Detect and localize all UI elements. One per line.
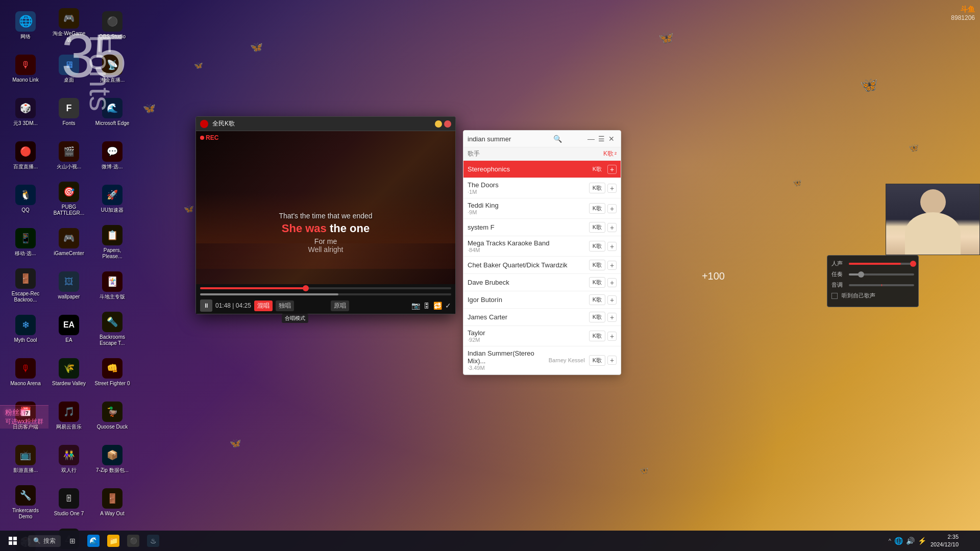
search-close-btn[interactable]: ✕	[606, 134, 617, 144]
tray-sound-icon[interactable]: 🔊	[906, 537, 915, 545]
taskbar-steam[interactable]: ♨	[144, 532, 162, 550]
desktop-icon-pubg[interactable]: 🎯 PUBG BATTLEGR...	[48, 179, 89, 219]
k-btn-4[interactable]: K歌	[589, 222, 605, 233]
taskbar-edge[interactable]: 🌊	[84, 532, 103, 550]
add-btn-11[interactable]: +	[607, 356, 617, 365]
search-result-taylor[interactable]: Taylor ·92M K歌 +	[463, 326, 621, 346]
maonoarena-icon: 🎙	[15, 358, 36, 379]
btn-original[interactable]: 原唱	[331, 300, 349, 311]
search-result-chet[interactable]: Chet Baker Quartet/Dick Twardzik K歌 +	[463, 257, 621, 274]
desktop-icon-qq[interactable]: 🐧 QQ	[5, 179, 46, 219]
search-result-igor[interactable]: Igor Butorín K歌 +	[463, 291, 621, 309]
search-minimize-btn[interactable]: —	[586, 134, 596, 144]
desktop-icon-tinkercards[interactable]: 🔧 Tinkercards Demo	[5, 482, 46, 523]
search-result-teddi[interactable]: Teddi King ·9M K歌 +	[463, 198, 621, 219]
more-icon[interactable]: ✓	[445, 302, 451, 310]
shuangren-label: 双人行	[61, 467, 77, 473]
dizhu-icon: 🃏	[102, 271, 122, 292]
k-btn-11[interactable]: K歌	[589, 355, 605, 366]
search-result-mega[interactable]: Mega Tracks Karaoke Band ·84M K歌 +	[463, 236, 621, 257]
desktop-icon-yyy[interactable]: 📺 影游直播...	[5, 439, 46, 480]
desktop-icon-wyy[interactable]: 🎵 网易云音乐	[48, 395, 89, 436]
desktop-icon-wallpaper[interactable]: 🖼 wallpaper	[48, 265, 89, 306]
k-btn-3[interactable]: K歌	[589, 203, 605, 214]
mixer-self-listen-checkbox[interactable]	[831, 293, 838, 299]
desktop-icon-quoose[interactable]: 🦆 Quoose Duck	[92, 395, 133, 436]
eq-icon[interactable]: 🎛	[423, 302, 430, 310]
add-btn-5[interactable]: +	[607, 242, 617, 251]
desktop-icon-baidu[interactable]: 🔴 百度直播...	[5, 135, 46, 176]
desktop-icon-network[interactable]: 🌐 网络	[5, 5, 46, 46]
desktop-icon-wayout[interactable]: 🚪 A Way Out	[92, 482, 133, 523]
progress-bar[interactable]	[200, 287, 451, 289]
wallpaper-icon: 🖼	[59, 271, 79, 292]
progress-fill	[200, 287, 306, 289]
loop-icon[interactable]: 🔁	[433, 302, 442, 310]
desktop-icon-ea[interactable]: EA EA	[48, 309, 89, 349]
pause-button[interactable]: ⏸	[200, 299, 212, 312]
k-btn-1[interactable]: K歌	[589, 164, 605, 174]
btn-solo[interactable]: 独唱	[276, 300, 294, 311]
taskbar-clock[interactable]: 2:35 2024/12/10	[930, 533, 959, 549]
desktop-icon-backrooms[interactable]: 🔦 Backrooms Escape T...	[92, 309, 133, 349]
add-btn-1[interactable]: +	[607, 165, 617, 174]
btn-mixed[interactable]: 混唱	[254, 300, 273, 311]
taskbar-search[interactable]: 🔍 搜索	[28, 535, 61, 547]
add-btn-8[interactable]: +	[607, 295, 617, 305]
search-result-dave[interactable]: Dave Brubeck K歌 +	[463, 274, 621, 291]
add-btn-10[interactable]: +	[607, 332, 617, 341]
k-btn-7[interactable]: K歌	[589, 277, 605, 288]
desktop-icon-maonoarena[interactable]: 🎙 Maono Arena	[5, 352, 46, 393]
desktop-icon-weibo[interactable]: 💬 微博·选...	[92, 135, 133, 176]
k-btn-5[interactable]: K歌	[589, 241, 605, 252]
desktop-icon-studio[interactable]: 🎚 Studio One 7	[48, 482, 89, 523]
tray-network-icon[interactable]: 🌐	[894, 537, 903, 545]
desktop-icon-3dm[interactable]: 🎲 元3 3DM...	[5, 92, 46, 133]
desktop-icon-stardew[interactable]: 🌾 Stardew Valley	[48, 352, 89, 393]
desktop-icon-mythcool[interactable]: ❄ Myth Cool	[5, 309, 46, 349]
show-desktop-button[interactable]	[963, 531, 975, 551]
k-btn-8[interactable]: K歌	[589, 294, 605, 305]
k-btn-9[interactable]: K歌	[589, 312, 605, 322]
desktop-icon-maono[interactable]: 🎙 Maono Link	[5, 48, 46, 89]
desktop-icon-uu[interactable]: 🚀 UU加速器	[92, 179, 133, 219]
desktop-icon-dizhu[interactable]: 🃏 斗地主专版	[92, 265, 133, 306]
k-btn-6[interactable]: K歌	[589, 260, 605, 270]
desktop-icon-yidong[interactable]: 📱 移动·选...	[5, 222, 46, 263]
desktop-icon-7zip[interactable]: 📦 7-Zip 数据包...	[92, 439, 133, 480]
search-button[interactable]: 🔍	[553, 135, 562, 143]
karaoke-minimize-btn[interactable]	[435, 120, 442, 128]
desktop-icon-escape[interactable]: 🚪 Escape-Rec Backroo...	[5, 265, 46, 306]
taskbar-obs[interactable]: ⚫	[124, 532, 142, 550]
desktop-icon-papers[interactable]: 📋 Papers, Please...	[92, 222, 133, 263]
search-input[interactable]	[468, 135, 553, 143]
search-result-systemf[interactable]: system F K歌 +	[463, 219, 621, 236]
add-btn-6[interactable]: +	[607, 261, 617, 270]
desktop-icon-volcano[interactable]: 🎬 火山小视...	[48, 135, 89, 176]
search-result-indiansummer[interactable]: Indian Summer(Stereo Mix)... ·3.49M Barn…	[463, 346, 621, 374]
mixer-vocal-slider[interactable]	[849, 263, 914, 265]
search-result-stereophonics[interactable]: Stereophonics K歌 +	[463, 161, 621, 178]
start-button[interactable]	[0, 531, 26, 551]
desktop-icon-igame[interactable]: 🎮 iGameCenter	[48, 222, 89, 263]
add-btn-9[interactable]: +	[607, 313, 617, 322]
add-btn-7[interactable]: +	[607, 278, 617, 287]
k-btn-10[interactable]: K歌	[589, 331, 605, 341]
karaoke-close-btn[interactable]	[444, 120, 451, 128]
search-result-james[interactable]: James Carter K歌 +	[463, 309, 621, 326]
add-btn-3[interactable]: +	[607, 204, 617, 213]
desktop-icon-shuangren[interactable]: 👫 双人行	[48, 439, 89, 480]
k-btn-2[interactable]: K歌	[589, 183, 605, 193]
taskbar-explorer[interactable]: 📁	[104, 532, 122, 550]
camera-icon[interactable]: 📷	[411, 302, 420, 310]
tray-arrow[interactable]: ^	[889, 538, 891, 544]
task-view-button[interactable]: ⊞	[63, 532, 82, 550]
mixer-tune-slider[interactable]	[849, 284, 914, 286]
add-btn-2[interactable]: +	[607, 184, 617, 193]
add-btn-4[interactable]: +	[607, 223, 617, 232]
tray-battery-icon[interactable]: ⚡	[918, 537, 926, 545]
mixer-music-slider[interactable]	[849, 273, 914, 276]
search-result-doors[interactable]: The Doors ·1M K歌 +	[463, 178, 621, 198]
search-menu-btn[interactable]: ☰	[596, 134, 606, 144]
desktop-icon-sf[interactable]: 👊 Street Fighter 0	[92, 352, 133, 393]
